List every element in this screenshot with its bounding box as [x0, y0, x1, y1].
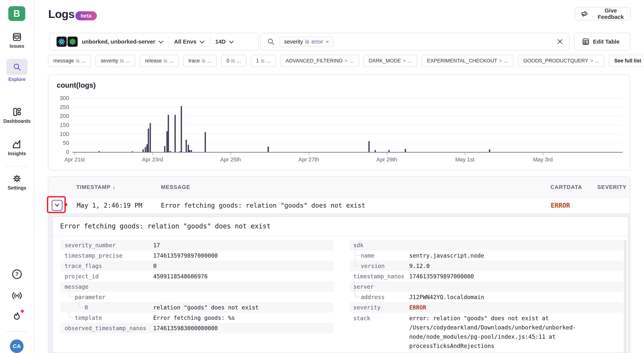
sidebar-divider [5, 331, 28, 332]
whats-new-button[interactable] [0, 291, 34, 300]
quick-filter-chip[interactable]: traceis... [183, 55, 217, 67]
chart-bar [142, 149, 144, 152]
gear-icon [0, 173, 34, 184]
quick-filter-chip[interactable]: releaseis... [140, 55, 179, 67]
sort-desc-icon: ↓ [112, 184, 115, 190]
chart-bar [148, 129, 149, 152]
sidebar-item-label: Issues [0, 43, 34, 49]
detail-attribute-row: addressJ12PWN42YQ.localdomain [350, 292, 623, 302]
quick-filter-chip[interactable]: EXPERIMENTAL_CHECKOUT>... [422, 55, 514, 67]
search-input[interactable]: severity is error × [260, 33, 570, 51]
detail-attribute-row: trace_flags0 [60, 261, 334, 271]
chart-bar [174, 115, 176, 152]
insights-icon [0, 139, 34, 149]
expanded-row-region: Error fetching goods: relation "goods" d… [48, 213, 630, 353]
onboarding-button[interactable] [0, 311, 34, 323]
x-axis-tick-label: May 1st [448, 157, 482, 163]
filter-token-severity[interactable]: severity is error × [280, 36, 333, 47]
attribute-key: severity_number [60, 240, 153, 250]
search-icon [267, 38, 275, 46]
quick-filter-chip[interactable]: DARK_MODE>... [364, 55, 417, 67]
sidebar-item-insights[interactable]: Insights [0, 139, 34, 156]
chart-gridline [72, 107, 623, 107]
x-axis-tick-label: Apr 21st [58, 157, 92, 163]
y-axis-tick-label: 50 [48, 140, 69, 146]
org-logo[interactable]: B [8, 6, 25, 21]
help-icon: ? [0, 269, 34, 279]
chart-bar [166, 131, 168, 152]
table-row[interactable]: May 1, 2:46:19 PM Error fetching goods: … [48, 197, 630, 213]
tree-connector [355, 258, 360, 266]
quick-filter-chip[interactable]: severityis... [96, 55, 135, 67]
attribute-value: 4509118548606976 [153, 271, 208, 281]
notification-dot [21, 310, 24, 313]
sidebar-item-explore[interactable]: Explore [0, 59, 34, 82]
dashboards-icon [0, 107, 34, 117]
detail-attribute-row: message [60, 281, 334, 292]
attribute-value: 17 [153, 240, 160, 250]
detail-attribute-row: timestamp_precise1746135979897000000 [60, 250, 334, 261]
quick-filter-chip[interactable]: 0is... [221, 55, 246, 67]
quick-filter-chip[interactable]: ADVANCED_FILTERING>... [280, 55, 359, 67]
x-axis-tick [465, 153, 465, 155]
logs-table: TIMESTAMP ↓ MESSAGE CARTDATA SEVERITY Ma… [48, 176, 630, 353]
detail-attribute-row: version9.12.0 [350, 261, 623, 271]
chevron-down-icon [158, 40, 164, 44]
column-header-severity[interactable]: SEVERITY [597, 177, 626, 197]
cell-timestamp: May 1, 2:46:19 PM [77, 197, 142, 213]
detail-attribute-row: project_id4509118548606976 [60, 271, 334, 281]
attribute-value: 9.12.0 [409, 261, 430, 271]
chart-bar [150, 123, 151, 152]
attribute-value: J12PWN42YQ.localdomain [409, 292, 484, 302]
give-feedback-button[interactable]: Give Feedback [575, 7, 630, 20]
x-axis-tick-label: Apr 27th [292, 157, 326, 163]
detail-attribute-row: parameter [60, 292, 334, 302]
chart-bar [191, 150, 192, 152]
divider [169, 37, 169, 47]
token-operator: is [305, 39, 309, 45]
detail-attribute-row: severity_number17 [60, 240, 334, 250]
sidebar-item-settings[interactable]: Settings [0, 173, 34, 191]
date-range-selector[interactable]: 14D [215, 39, 226, 45]
sidebar-item-issues[interactable]: Issues [0, 32, 34, 49]
sidebar-item-dashboards[interactable]: Dashboards [0, 107, 34, 124]
sidebar-item-label: Settings [0, 185, 34, 191]
tree-connector [355, 248, 360, 256]
detail-attribute-row: timestamp_nanos1746135979897000000 [350, 271, 623, 281]
help-button[interactable]: ? [0, 269, 34, 279]
attribute-value: 1746135983000000000 [153, 323, 218, 333]
edit-table-button[interactable]: Edit Table [574, 33, 630, 51]
edit-table-label: Edit Table [593, 39, 620, 45]
page-filter-bar: unborked, unborked-server All Envs 14D [49, 33, 258, 51]
chart-bar [204, 132, 206, 152]
attribute-key: timestamp_nanos [350, 271, 409, 281]
x-axis-tick [309, 153, 309, 155]
logs-count-chart: count(logs) 050100150200250300Apr 21stAp… [48, 75, 630, 170]
clear-search-button[interactable] [556, 38, 564, 45]
token-remove-icon[interactable]: × [326, 39, 329, 45]
chart-gridline [72, 134, 623, 134]
cell-severity: ERROR [551, 197, 570, 213]
environment-selector[interactable]: All Envs [174, 39, 196, 45]
quick-filter-chip[interactable]: GOODS_PRODUCTQUERY>... [518, 55, 604, 67]
attribute-key: template [60, 313, 153, 323]
sidebar-item-label: Dashboards [0, 118, 34, 124]
attribute-value: error: relation "goods" does not exist a… [409, 313, 581, 353]
chevron-down-icon [54, 203, 60, 207]
flame-icon [0, 311, 34, 323]
chart-bar [368, 141, 370, 152]
see-full-list-chip[interactable]: See full list [609, 55, 644, 67]
divider [210, 37, 210, 47]
avatar[interactable]: CA [10, 339, 24, 353]
project-selector[interactable]: unborked, unborked-server [82, 39, 155, 45]
column-header-message[interactable]: MESSAGE [161, 177, 190, 197]
column-header-cartdata[interactable]: CARTDATA [550, 177, 582, 197]
chart-bar [188, 145, 189, 152]
expand-row-button[interactable] [52, 200, 62, 211]
column-header-timestamp[interactable]: TIMESTAMP ↓ [76, 177, 115, 197]
quick-filter-chip[interactable]: messageis... [48, 55, 91, 67]
quick-filter-chip[interactable]: 1is... [251, 55, 276, 67]
detail-scrollbar[interactable] [624, 240, 626, 353]
attribute-key: parameter [60, 292, 153, 302]
attribute-key: project_id [60, 271, 153, 281]
